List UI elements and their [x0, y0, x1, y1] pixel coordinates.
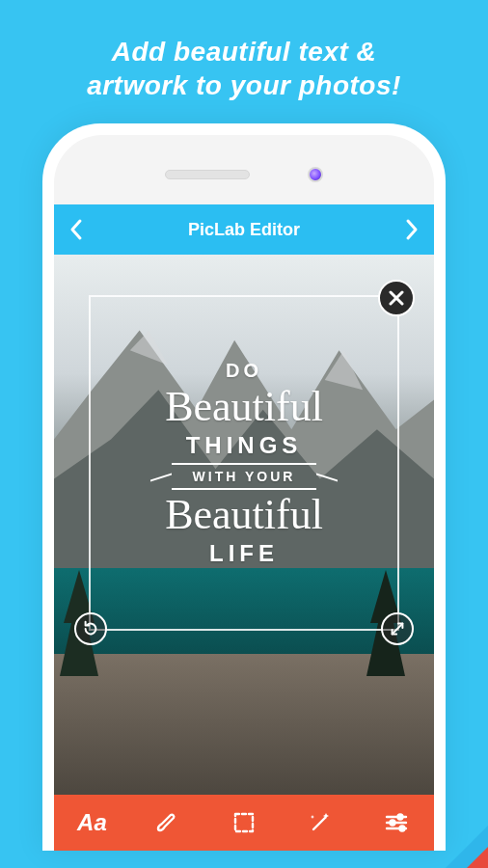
crop-selection-icon: [230, 809, 258, 836]
forward-button[interactable]: [405, 218, 419, 241]
svg-rect-9: [235, 814, 253, 831]
crop-tool-button[interactable]: [223, 801, 265, 844]
chevron-right-icon: [405, 218, 419, 241]
front-camera: [308, 167, 323, 182]
effects-tool-button[interactable]: [299, 801, 341, 844]
phone-top-hardware: [54, 160, 434, 189]
text-overlay-selection[interactable]: DO Beautiful THINGS WITH YOUR Beautiful …: [89, 295, 399, 631]
svg-point-16: [399, 827, 404, 831]
brush-tool-button[interactable]: [147, 801, 189, 844]
speaker-grill: [165, 170, 250, 179]
phone-mockup: PicLab Editor: [42, 123, 446, 851]
svg-line-10: [313, 818, 325, 829]
artwork-text: DO Beautiful THINGS WITH YOUR Beautiful …: [91, 297, 397, 629]
svg-point-12: [397, 815, 402, 820]
brush-icon: [154, 809, 181, 836]
svg-point-14: [390, 821, 394, 826]
art-line-banner: WITH YOUR: [172, 463, 317, 490]
chevron-left-icon: [69, 218, 83, 241]
app-screen: PicLab Editor: [54, 204, 434, 851]
app-title: PicLab Editor: [188, 220, 300, 240]
marketing-headline: Add beautiful text & artwork to your pho…: [0, 0, 488, 123]
photo-canvas[interactable]: DO Beautiful THINGS WITH YOUR Beautiful …: [54, 255, 434, 795]
art-line-do: DO: [226, 360, 262, 382]
text-tool-button[interactable]: Aa: [70, 801, 113, 844]
app-header: PicLab Editor: [54, 204, 434, 255]
editor-toolbar: Aa: [54, 795, 434, 851]
art-line-beautiful-2: Beautiful: [165, 494, 323, 536]
headline-line-2: artwork to your photos!: [87, 70, 401, 100]
headline-line-1: Add beautiful text &: [112, 37, 376, 67]
sliders-icon: [383, 809, 410, 836]
art-line-beautiful-1: Beautiful: [165, 386, 323, 428]
back-button[interactable]: [69, 218, 83, 241]
adjust-tool-button[interactable]: [375, 801, 418, 844]
phone-bezel: PicLab Editor: [54, 135, 434, 851]
art-line-things: THINGS: [186, 432, 303, 459]
watermark-logo: [446, 826, 488, 868]
text-tool-label: Aa: [77, 809, 107, 836]
magic-wand-icon: [307, 809, 334, 836]
art-line-life: LIFE: [209, 540, 279, 567]
